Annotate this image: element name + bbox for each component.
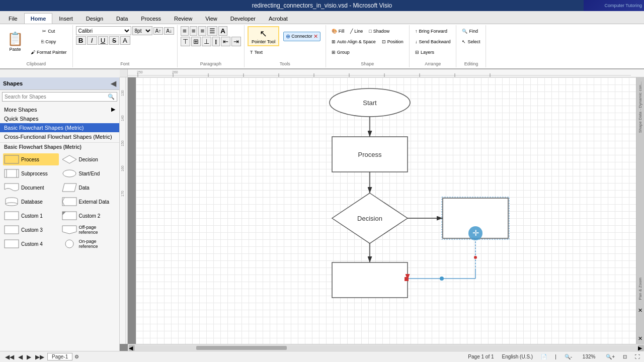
select-button[interactable]: ↖Select bbox=[459, 37, 482, 47]
layers-button[interactable]: ⊟Layers bbox=[413, 47, 437, 57]
shape-custom1[interactable]: Custom 1 bbox=[3, 210, 59, 222]
first-page-button[interactable]: ◀◀ bbox=[4, 353, 15, 360]
last-page-button[interactable]: ▶▶ bbox=[34, 353, 45, 360]
font-grow-button[interactable]: A↑ bbox=[153, 27, 164, 35]
shadow-button[interactable]: □Shadow bbox=[366, 26, 392, 36]
tab-file[interactable]: File bbox=[2, 13, 24, 24]
connector-tool-button[interactable]: ⊕ Connector ✕ bbox=[281, 31, 323, 42]
bring-forward-button[interactable]: ↑Bring Forward bbox=[413, 26, 450, 36]
tab-home[interactable]: Home bbox=[24, 13, 53, 24]
cut-button[interactable]: ✂Cut bbox=[28, 26, 69, 36]
shape-custom2[interactable]: Custom 2 bbox=[61, 210, 117, 222]
clipboard-label: Clipboard bbox=[27, 60, 46, 66]
font-size-large-button[interactable]: A bbox=[218, 26, 227, 36]
paste-button[interactable]: 📋 Paste bbox=[3, 26, 27, 56]
shape-database[interactable]: Database bbox=[3, 196, 59, 208]
shape-offpage-ref[interactable]: Off-page reference bbox=[61, 224, 117, 236]
tab-developer[interactable]: Developer bbox=[224, 13, 262, 24]
shape-subprocess[interactable]: Subprocess bbox=[3, 167, 59, 179]
horizontal-scrollbar[interactable]: ◀ ▶ bbox=[128, 344, 644, 351]
col-button[interactable]: ⫿ bbox=[212, 37, 220, 46]
font-size-select[interactable]: 8pt bbox=[132, 26, 152, 35]
basic-flowchart-item[interactable]: Basic Flowchart Shapes (Metric) bbox=[0, 123, 119, 132]
tab-process[interactable]: Process bbox=[134, 13, 168, 24]
format-painter-button[interactable]: 🖌Format Painter bbox=[28, 47, 69, 57]
search-input[interactable] bbox=[3, 93, 106, 101]
shape-external-data[interactable]: External Data bbox=[61, 196, 117, 208]
more-shapes-item[interactable]: More Shapes ▶ bbox=[0, 105, 119, 114]
next-page-button[interactable]: ▶ bbox=[26, 353, 32, 360]
font-name-select[interactable]: Calibri bbox=[76, 26, 131, 35]
italic-button[interactable]: I bbox=[87, 36, 97, 45]
auto-align-button[interactable]: ⊞Auto Align & Space bbox=[329, 37, 378, 47]
fit-page-button[interactable]: ⊡ bbox=[623, 354, 627, 359]
shape-custom3[interactable]: Custom 3 bbox=[3, 224, 59, 236]
inc-indent-button[interactable]: ⇥ bbox=[231, 37, 241, 46]
font-shrink-button[interactable]: A↓ bbox=[164, 27, 174, 35]
scroll-right-button[interactable]: ▶ bbox=[638, 345, 644, 351]
svg-rect-62 bbox=[332, 262, 408, 298]
ruler-vertical: 130 140 150 160 170 bbox=[120, 77, 128, 344]
quick-shapes-item[interactable]: Quick Shapes bbox=[0, 114, 119, 123]
add-page-button[interactable]: ⚙ bbox=[74, 354, 79, 359]
svg-text:150: 150 bbox=[121, 140, 124, 146]
sidebar-collapse-button[interactable]: ◀ bbox=[111, 79, 116, 87]
close-panel-button[interactable]: ✕ bbox=[638, 335, 642, 342]
svg-text:✛: ✛ bbox=[472, 229, 479, 237]
shape-data-panel-label[interactable]: Shape Data - Dynamic con... bbox=[637, 77, 643, 137]
group-button[interactable]: ⊞Group bbox=[329, 47, 352, 57]
decision-icon bbox=[62, 154, 77, 164]
tab-insert[interactable]: Insert bbox=[52, 13, 79, 24]
design-mode-button[interactable]: 📄 bbox=[541, 354, 547, 359]
shape-startend[interactable]: Start/End bbox=[61, 167, 117, 179]
underline-button[interactable]: U bbox=[98, 36, 108, 45]
tab-review[interactable]: Review bbox=[168, 13, 199, 24]
document-icon bbox=[4, 183, 19, 193]
align-center-button[interactable]: ≡ bbox=[190, 26, 198, 36]
bold-button[interactable]: B bbox=[76, 36, 86, 45]
search-icon[interactable]: 🔍 bbox=[106, 93, 117, 101]
send-backward-button[interactable]: ↓Send Backward bbox=[413, 37, 453, 47]
shape-onpage-ref[interactable]: On-page reference bbox=[61, 238, 117, 250]
align-left-button[interactable]: ≡ bbox=[181, 26, 189, 36]
dec-indent-button[interactable]: ⇤ bbox=[221, 37, 230, 46]
line-button[interactable]: ╱Line bbox=[348, 26, 365, 36]
tab-data[interactable]: Data bbox=[110, 13, 134, 24]
scroll-left-button[interactable]: ◀ bbox=[129, 345, 135, 351]
shape-custom4[interactable]: Custom 4 bbox=[3, 238, 59, 250]
bottom-align-button[interactable]: ⊥ bbox=[202, 37, 211, 46]
strikethrough-button[interactable]: S̶ bbox=[109, 36, 119, 45]
shape-data[interactable]: Data bbox=[61, 182, 117, 194]
close-pan-button[interactable]: ✕ bbox=[638, 307, 642, 314]
align-right-button[interactable]: ≡ bbox=[198, 26, 206, 36]
prev-page-button[interactable]: ◀ bbox=[17, 353, 24, 360]
pointer-tool-button[interactable]: ↖ Pointer Tool bbox=[248, 26, 279, 46]
diagram-canvas[interactable]: Start Process Decision bbox=[136, 77, 644, 344]
cross-functional-item[interactable]: Cross-Functional Flowchart Shapes (Metri… bbox=[0, 132, 119, 141]
tab-acrobat[interactable]: Acrobat bbox=[262, 13, 294, 24]
find-button[interactable]: 🔍Find bbox=[459, 26, 480, 36]
canvas-area[interactable]: 130 140 150 160 170 bbox=[120, 77, 644, 351]
shape-process[interactable]: Process bbox=[3, 153, 59, 165]
top-align-button[interactable]: ⊤ bbox=[181, 37, 190, 46]
middle-align-button[interactable]: ⊞ bbox=[191, 37, 201, 46]
tab-design[interactable]: Design bbox=[79, 13, 110, 24]
shape-document[interactable]: Document bbox=[3, 182, 59, 194]
fullscreen-button[interactable]: ⛶ bbox=[635, 354, 640, 359]
zoom-in-button[interactable]: 🔍+ bbox=[606, 354, 615, 359]
pan-zoom-label[interactable]: Pan & Zoom bbox=[637, 274, 643, 304]
shape-decision[interactable]: Decision bbox=[61, 153, 117, 165]
position-button[interactable]: ⊡Position bbox=[379, 37, 406, 47]
scroll-thumb[interactable] bbox=[196, 346, 287, 350]
ruler-horizontal: 250 260 bbox=[120, 69, 644, 77]
copy-button[interactable]: ⎘Copy bbox=[28, 37, 69, 47]
zoom-out-button[interactable]: 🔍- bbox=[565, 354, 572, 359]
font-color-button[interactable]: A bbox=[120, 36, 130, 45]
page-tab[interactable]: Page-1 bbox=[47, 353, 72, 360]
bullet-list-button[interactable]: ☰ bbox=[207, 26, 217, 36]
svg-rect-30 bbox=[5, 212, 19, 220]
tab-view[interactable]: View bbox=[199, 13, 224, 24]
fill-button[interactable]: 🎨Fill bbox=[329, 26, 347, 36]
text-tool-button[interactable]: TText bbox=[248, 47, 265, 57]
subprocess-icon bbox=[4, 168, 19, 178]
